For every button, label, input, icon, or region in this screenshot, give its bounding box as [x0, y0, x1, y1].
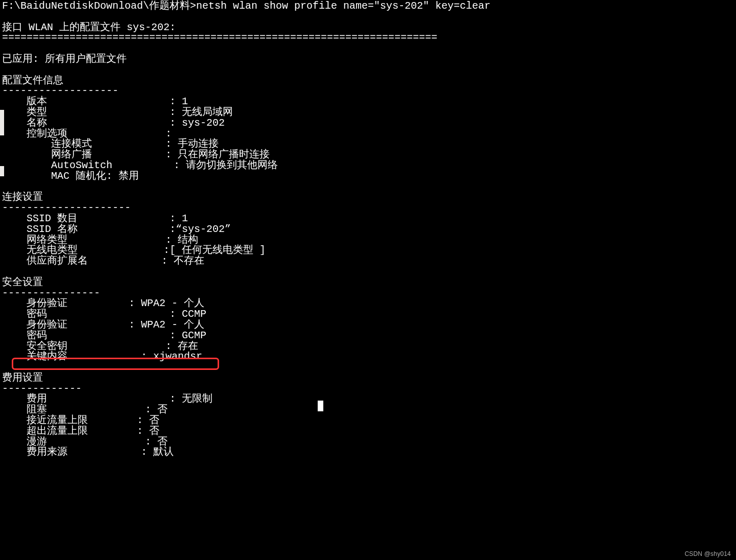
interface-header: 接口 WLAN 上的配置文件 sys-202: — [2, 21, 176, 33]
prompt-path: F:\BaiduNetdiskDownload\作题材料> — [2, 0, 196, 12]
section-underline: ---------------- — [2, 287, 100, 299]
text-cursor — [318, 401, 323, 411]
section-underline: ------------- — [2, 383, 82, 394]
section-underline: --------------------- — [2, 202, 131, 214]
profile-rows: 版本 : 1 类型 : 无线局域网 名称 : sys-202 控制选项 : — [2, 96, 233, 139]
terminal-output: F:\BaiduNetdiskDownload\作题材料>netsh wlan … — [0, 0, 736, 458]
section-underline: ------------------- — [2, 85, 118, 97]
profile-subrows: 连接模式 : 手动连接 网络广播 : 只在网络广播时连接 AutoSwitch … — [2, 138, 278, 171]
section-profile-title: 配置文件信息 — [2, 75, 63, 86]
edge-artifact — [0, 110, 4, 135]
security-rows: 身份验证 : WPA2 - 个人 密码 : CCMP 身份验证 : WPA2 -… — [2, 297, 206, 362]
section-connection-title: 连接设置 — [2, 191, 43, 203]
connection-rows: SSID 数目 : 1 SSID 名称 :“sys-202” 网络类型 : 结构… — [2, 213, 266, 267]
applied-line: 已应用: 所有用户配置文件 — [2, 53, 127, 65]
edge-artifact — [0, 166, 4, 176]
command-text: netsh wlan show profile name="sys-202" k… — [196, 0, 490, 12]
mac-randomization: MAC 随机化: 禁用 — [51, 170, 139, 182]
watermark: CSDN @shy014 — [684, 551, 731, 557]
separator: ========================================… — [2, 32, 437, 43]
section-cost-title: 费用设置 — [2, 372, 43, 384]
section-security-title: 安全设置 — [2, 276, 43, 288]
cost-rows: 费用 : 无限制 阻塞 : 否 接近流量上限 : 否 超出流量上限 : 否 漫游… — [2, 393, 212, 458]
